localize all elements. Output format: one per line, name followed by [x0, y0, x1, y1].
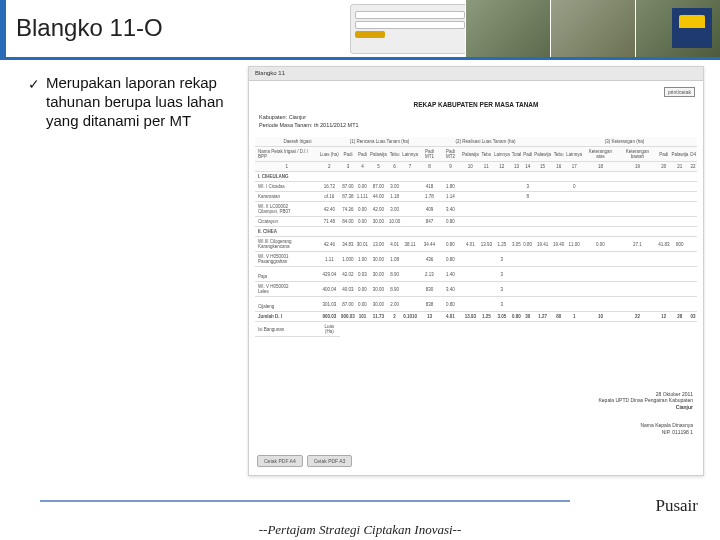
- report-table: Daerah Irigasi (1) Rencana Luas Tanam (h…: [255, 137, 697, 337]
- print-button[interactable]: print/cetak: [664, 87, 695, 97]
- brand-name: Pusair: [656, 496, 699, 516]
- meta-periode: Periode Masa Tanam: th 2011/2012 MT1: [259, 122, 693, 130]
- export-a3-button[interactable]: Cetak PDF A3: [307, 455, 353, 467]
- app-screenshot: Blangko 11 print/cetak REKAP KABUPATEN P…: [248, 66, 704, 476]
- bullet-text: Merupakan laporan rekap tahunan berupa l…: [46, 74, 238, 130]
- login-button[interactable]: [355, 31, 385, 38]
- breadcrumb: Blangko 11: [249, 67, 703, 81]
- sign-role: Kepala UPTD Dinas Pengairan Kabupaten: [598, 397, 693, 404]
- login-panel: [350, 4, 470, 54]
- export-a4-button[interactable]: Cetak PDF A4: [257, 455, 303, 467]
- bullet-item: ✓ Merupakan laporan rekap tahunan berupa…: [28, 74, 238, 130]
- th-group-keterangan: (3) Keterangan (ha): [552, 137, 697, 147]
- th-group-realisasi: (2) Realisasi Luas Tanam (ha): [419, 137, 552, 147]
- password-field[interactable]: [355, 21, 465, 29]
- tagline: --Pertajam Strategi Ciptakan Inovasi--: [0, 522, 720, 538]
- slide-title: Blangko 11-O: [16, 14, 163, 42]
- check-icon: ✓: [28, 76, 40, 94]
- sign-nip: NIP. 011198 1: [598, 429, 693, 436]
- header-photo-2: [550, 0, 635, 60]
- th-group-di: Daerah Irigasi: [255, 137, 340, 147]
- report-title: REKAP KABUPATEN PER MASA TANAM: [249, 101, 703, 108]
- signature-block: 28 Oktober 2011 Kepala UPTD Dinas Pengai…: [598, 391, 693, 436]
- username-field[interactable]: [355, 11, 465, 19]
- header-photo-1: [465, 0, 550, 60]
- meta-kabupaten: Kabupaten: Cianjur: [259, 114, 693, 122]
- pu-logo: [672, 8, 712, 48]
- th-group-rencana: (1) Rencana Luas Tanam (ha): [340, 137, 419, 147]
- footer-divider: [40, 500, 570, 502]
